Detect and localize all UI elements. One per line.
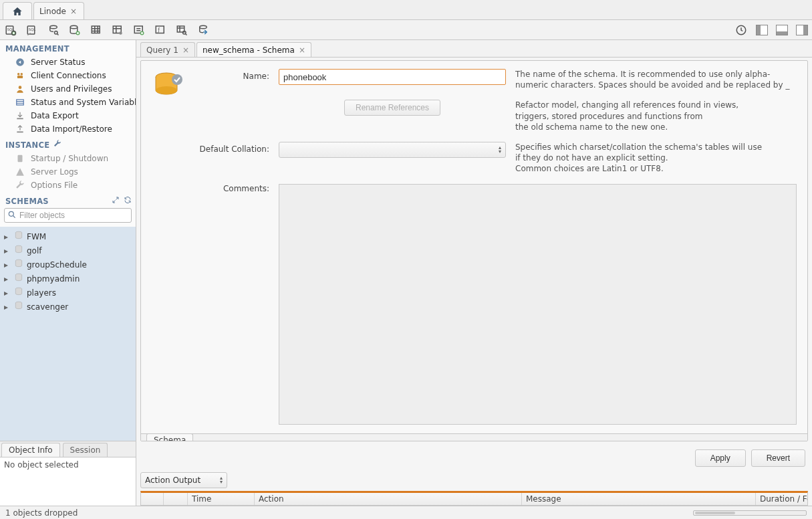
connections-icon xyxy=(15,70,25,81)
schema-item[interactable]: ▸scavenger xyxy=(0,300,136,314)
database-icon xyxy=(13,245,24,256)
schema-label: FWM xyxy=(27,232,46,241)
nav-options-file[interactable]: Options File xyxy=(0,179,136,192)
schema-label: players xyxy=(27,288,56,298)
create-view-button[interactable] xyxy=(111,23,124,37)
tab-session[interactable]: Session xyxy=(63,443,108,457)
svg-point-11 xyxy=(119,31,122,35)
svg-point-5 xyxy=(50,25,57,29)
col-action[interactable]: Action xyxy=(255,493,522,505)
nav-status-variables[interactable]: Status and System Variables xyxy=(0,96,136,109)
editor-tab-query1[interactable]: Query 1 × xyxy=(140,42,195,57)
variables-icon xyxy=(15,97,25,108)
export-icon xyxy=(15,110,25,121)
nav-item-label: Status and System Variables xyxy=(31,98,136,107)
search-table-data-button[interactable] xyxy=(175,23,188,37)
output-type-label: Action Output xyxy=(145,476,200,485)
create-table-button[interactable] xyxy=(90,23,103,37)
close-icon[interactable]: × xyxy=(182,45,189,55)
nav-client-connections[interactable]: Client Connections xyxy=(0,69,136,82)
output-type-select[interactable]: Action Output ▴▾ xyxy=(140,472,227,488)
nav-item-label: Options File xyxy=(31,181,78,190)
schema-item[interactable]: ▸players xyxy=(0,286,136,300)
col-message[interactable]: Message xyxy=(522,493,756,505)
schema-tree[interactable]: ▸FWM ▸golf ▸groupSchedule ▸phpmyadmin ▸p… xyxy=(0,227,136,441)
svg-point-18 xyxy=(200,25,207,29)
col-time[interactable]: Time xyxy=(188,493,255,505)
tab-object-info[interactable]: Object Info xyxy=(1,443,60,457)
col-status[interactable] xyxy=(141,493,164,505)
svg-point-29 xyxy=(9,211,13,216)
schema-item[interactable]: ▸groupSchedule xyxy=(0,257,136,272)
close-icon[interactable]: × xyxy=(299,45,305,55)
nav-item-label: Startup / Shutdown xyxy=(31,154,108,163)
new-sql-tab-button[interactable]: SQL xyxy=(4,23,17,37)
col-duration[interactable]: Duration / Fetch xyxy=(756,493,807,505)
tab-home[interactable] xyxy=(3,2,32,19)
schema-filter-input[interactable] xyxy=(19,211,128,220)
update-icon[interactable] xyxy=(734,23,748,37)
toggle-right-panel[interactable] xyxy=(796,25,808,35)
create-procedure-button[interactable] xyxy=(132,23,146,37)
svg-point-38 xyxy=(172,74,182,85)
schema-label: groupSchedule xyxy=(27,260,87,270)
svg-rect-27 xyxy=(17,132,23,133)
svg-text:SQL: SQL xyxy=(29,27,35,31)
apply-button[interactable]: Apply xyxy=(695,449,746,467)
editor-tab-schema[interactable]: new_schema - Schema × xyxy=(196,42,311,57)
create-function-button[interactable]: ƒ xyxy=(154,23,167,37)
database-icon xyxy=(13,273,24,284)
toggle-left-panel[interactable] xyxy=(756,25,768,35)
svg-point-22 xyxy=(21,73,23,76)
nav-server-logs[interactable]: Server Logs xyxy=(0,165,136,179)
default-collation-select[interactable]: ▴▾ xyxy=(279,142,506,158)
toggle-bottom-panel[interactable] xyxy=(776,25,788,35)
schema-label: golf xyxy=(27,246,42,255)
label-name: Name: xyxy=(196,69,269,81)
expand-icon[interactable] xyxy=(112,196,120,206)
statusbar-scroll[interactable] xyxy=(693,510,807,516)
nav-server-status[interactable]: Server Status xyxy=(0,56,136,69)
nav-data-export[interactable]: Data Export xyxy=(0,109,136,122)
schema-item[interactable]: ▸golf xyxy=(0,243,136,257)
wrench-icon xyxy=(53,140,61,150)
schema-name-input[interactable] xyxy=(279,69,506,85)
inspector-button[interactable] xyxy=(47,23,60,37)
svg-rect-26 xyxy=(17,118,23,120)
create-schema-button[interactable] xyxy=(68,23,82,37)
options-icon xyxy=(15,180,25,191)
editor-tab-label: new_schema - Schema xyxy=(202,45,295,55)
refresh-icon[interactable] xyxy=(124,196,132,206)
nav-users-privileges[interactable]: Users and Privileges xyxy=(0,82,136,96)
svg-text:ƒ: ƒ xyxy=(157,27,160,33)
schema-label: phpmyadmin xyxy=(27,274,80,284)
svg-rect-23 xyxy=(17,76,23,78)
open-sql-script-button[interactable]: SQL xyxy=(25,23,39,37)
schema-filter[interactable] xyxy=(4,208,132,223)
svg-point-24 xyxy=(19,86,22,89)
comments-textarea[interactable] xyxy=(279,184,797,425)
schema-item[interactable]: ▸phpmyadmin xyxy=(0,272,136,286)
revert-button[interactable]: Revert xyxy=(751,449,805,467)
hint-rename: Refactor model, changing all references … xyxy=(515,100,797,132)
nav-item-label: Users and Privileges xyxy=(31,84,112,94)
rename-references-button[interactable]: Rename References xyxy=(344,100,440,116)
reconnect-button[interactable] xyxy=(196,23,210,37)
spinner-icon: ▴▾ xyxy=(499,146,501,154)
search-icon xyxy=(7,210,17,221)
nav-data-import[interactable]: Data Import/Restore xyxy=(0,122,136,136)
close-icon[interactable]: × xyxy=(70,7,77,16)
chevron-right-icon: ▸ xyxy=(4,260,11,270)
schema-label: scavenger xyxy=(27,302,68,312)
home-icon xyxy=(11,6,23,17)
instance-section-title: INSTANCE xyxy=(0,136,136,152)
svg-rect-25 xyxy=(17,100,24,105)
nav-startup-shutdown[interactable]: Startup / Shutdown xyxy=(0,152,136,165)
chevron-right-icon: ▸ xyxy=(4,288,11,298)
col-index[interactable] xyxy=(164,493,188,505)
tab-connection[interactable]: Linode × xyxy=(33,2,84,19)
nav-item-label: Server Logs xyxy=(31,167,78,177)
startup-icon xyxy=(15,153,25,164)
schema-item[interactable]: ▸FWM xyxy=(0,229,136,243)
inner-tab-schema[interactable]: Schema xyxy=(146,433,193,442)
